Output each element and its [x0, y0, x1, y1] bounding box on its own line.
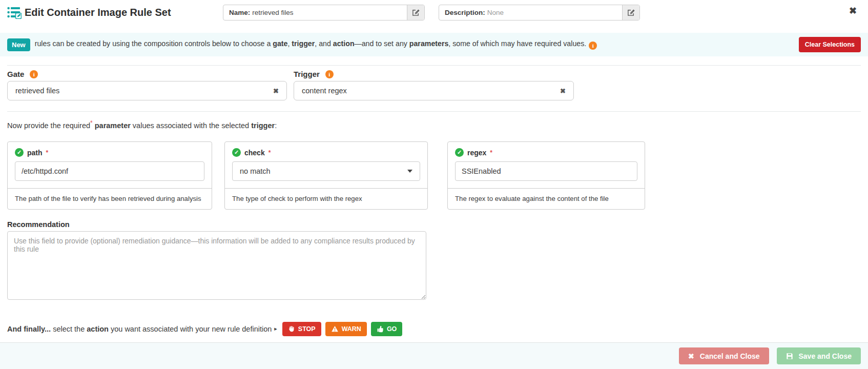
thumbs-up-icon	[377, 325, 384, 333]
stop-action-button[interactable]: STOP	[282, 322, 321, 336]
action-intro-text: And finally... select the action you wan…	[7, 325, 272, 333]
parameter-label: check	[244, 149, 265, 157]
parameters-intro: Now provide the required* parameter valu…	[7, 121, 277, 130]
description-field-value: None	[487, 9, 622, 16]
page-title: Edit Container Image Rule Set	[25, 0, 171, 25]
gate-value: retrieved files	[15, 87, 273, 95]
header: Edit Container Image Rule Set Name: retr…	[0, 0, 868, 25]
parameter-description: The path of the file to verify has been …	[8, 188, 212, 209]
footer-bar: ✖ Cancel and Close Save and Close	[0, 342, 868, 369]
edit-icon	[627, 9, 635, 16]
parameter-label: path	[27, 149, 43, 157]
x-icon: ✖	[688, 352, 694, 360]
hand-stop-icon	[288, 325, 295, 333]
go-action-label: GO	[387, 325, 397, 333]
info-icon[interactable]: i	[589, 42, 597, 50]
name-field-label: Name:	[229, 9, 250, 16]
trigger-select[interactable]: content regex ✖	[294, 81, 574, 100]
cancel-and-close-button[interactable]: ✖ Cancel and Close	[679, 347, 769, 364]
parameter-card-header: ✓ regex*	[455, 148, 637, 157]
parameter-card-check: ✓ check* no match The type of check to p…	[224, 141, 428, 210]
warning-triangle-icon	[331, 325, 339, 333]
warn-action-button[interactable]: WARN	[325, 322, 367, 336]
parameter-card-header: ✓ path*	[15, 148, 204, 157]
info-icon[interactable]: i	[30, 70, 38, 78]
edit-icon	[412, 9, 420, 16]
gate-select[interactable]: retrieved files ✖	[7, 81, 287, 100]
notice-bar: New rules can be created by using the co…	[0, 33, 868, 56]
action-row: And finally... select the action you wan…	[7, 321, 406, 336]
trigger-value: content regex	[302, 87, 560, 95]
go-action-button[interactable]: GO	[371, 322, 402, 336]
divider	[7, 65, 861, 66]
check-dropdown-value: no match	[240, 167, 407, 175]
clear-gate-icon[interactable]: ✖	[273, 88, 279, 94]
parameter-label: regex	[467, 149, 486, 157]
required-asterisk: *	[90, 119, 93, 127]
check-circle-icon: ✓	[232, 148, 241, 157]
parameter-card-path: ✓ path* The path of the file to verify h…	[7, 141, 212, 210]
parameter-description: The type of check to perform with the re…	[225, 188, 427, 209]
chevron-down-icon	[407, 170, 412, 173]
check-circle-icon: ✓	[455, 148, 464, 157]
notice-text: rules can be created by using the compos…	[35, 39, 597, 50]
name-field-value: retrieved files	[252, 9, 407, 16]
edit-name-button[interactable]	[407, 5, 424, 20]
close-icon[interactable]: ✖	[849, 6, 857, 15]
new-badge: New	[7, 38, 30, 51]
description-field[interactable]: Description: None	[439, 5, 640, 20]
stop-action-label: STOP	[298, 325, 316, 333]
path-input[interactable]	[15, 161, 204, 181]
parameter-description: The regex to evaluate against the conten…	[448, 188, 645, 209]
parameter-card-regex: ✓ regex* The regex to evaluate against t…	[447, 141, 645, 210]
clear-trigger-icon[interactable]: ✖	[560, 88, 566, 94]
check-dropdown[interactable]: no match	[232, 161, 420, 181]
gate-label: Gate i	[7, 70, 38, 78]
save-and-close-label: Save and Close	[799, 352, 852, 360]
cancel-and-close-label: Cancel and Close	[700, 352, 760, 360]
warn-action-label: WARN	[342, 325, 361, 333]
info-icon[interactable]: i	[325, 70, 334, 78]
recommendation-label: Recommendation	[7, 220, 70, 229]
divider	[7, 111, 861, 112]
save-icon	[786, 353, 793, 360]
trigger-label: Trigger i	[294, 70, 334, 78]
clear-selections-button[interactable]: Clear Selections	[799, 37, 861, 52]
recommendation-textarea[interactable]	[7, 231, 426, 300]
caret-right-icon: ▸	[274, 325, 277, 332]
name-field[interactable]: Name: retrieved files	[223, 5, 425, 20]
rule-set-list-edit-icon	[7, 6, 22, 19]
save-and-close-button[interactable]: Save and Close	[777, 347, 861, 364]
parameter-card-header: ✓ check*	[232, 148, 420, 157]
regex-input[interactable]	[455, 161, 637, 181]
check-circle-icon: ✓	[15, 148, 24, 157]
description-field-label: Description:	[445, 9, 485, 16]
edit-description-button[interactable]	[622, 5, 639, 20]
